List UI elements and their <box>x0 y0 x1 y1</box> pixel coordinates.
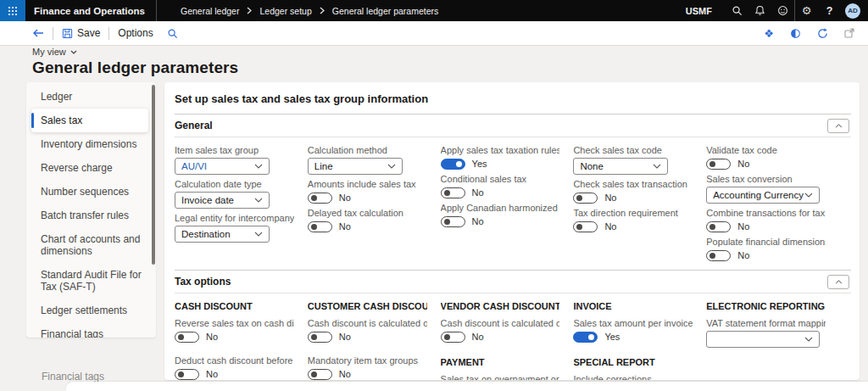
view-selector[interactable]: My view <box>32 47 238 57</box>
general-col-3: Apply sales tax taxation rules Yes Condi… <box>441 145 560 261</box>
gear-icon: ⚙ <box>802 5 812 16</box>
sales-tax-conversion-dropdown[interactable]: Accounting Currency <box>706 187 820 204</box>
chevron-up-icon <box>835 124 843 128</box>
combine-transactions-toggle[interactable] <box>706 221 731 232</box>
field-sales-tax-amount-per-invoice-line: Sales tax amount per invoice line Yes <box>573 318 693 343</box>
copilot-button[interactable] <box>790 28 801 39</box>
tax-col-2: CUSTOMER CASH DISCOUNT Cash discount is … <box>308 301 427 380</box>
options-label: Options <box>118 27 153 39</box>
deduct-cash-discount-toggle[interactable] <box>175 369 199 380</box>
field-combine-transactions: Combine transactions for tax sett... No <box>706 208 826 232</box>
group-header-electronic-reporting: ELECTRONIC REPORTING <box>706 301 826 312</box>
app-bar: Finance and Operations General ledger Le… <box>0 0 868 21</box>
vertical-tabs: Ledger Sales tax Inventory dimensions Re… <box>26 82 156 338</box>
view-selector-label: My view <box>32 47 66 57</box>
chevron-down-icon <box>653 164 661 169</box>
personalize-button[interactable]: ❖ <box>764 28 774 39</box>
tab-inventory-dimensions[interactable]: Inventory dimensions <box>26 132 156 156</box>
smiley-icon <box>777 5 788 16</box>
back-button[interactable] <box>32 28 44 38</box>
vendor-cash-discount-calculated-toggle[interactable] <box>441 332 465 343</box>
field-label: Delayed tax calculation <box>308 208 427 219</box>
breadcrumb-general-ledger[interactable]: General ledger <box>181 6 239 16</box>
tab-chart-of-accounts-and-dimensions[interactable]: Chart of accounts and dimensions <box>26 227 156 263</box>
populate-financial-dimensions-toggle[interactable] <box>706 250 731 261</box>
breadcrumb-ledger-setup[interactable]: Ledger setup <box>259 6 311 16</box>
field-sales-tax-conversion: Sales tax conversion Accounting Currency <box>706 174 826 204</box>
field-label: Sales tax conversion <box>706 174 826 185</box>
mandatory-item-tax-groups-toggle[interactable] <box>308 369 332 380</box>
help-button[interactable]: ? <box>818 0 841 21</box>
field-amounts-include-sales-tax: Amounts include sales tax No <box>308 179 427 204</box>
conditional-sales-tax-toggle[interactable] <box>441 187 465 198</box>
tab-financial-tags-overflow[interactable]: Financial tags <box>42 371 104 383</box>
tab-reverse-charge[interactable]: Reverse charge <box>26 156 156 180</box>
apply-sales-tax-taxation-rules-toggle[interactable] <box>441 159 465 170</box>
group-header-payment: PAYMENT <box>441 357 560 368</box>
field-label: Include corrections <box>573 374 693 380</box>
tax-col-5: ELECTRONIC REPORTING VAT statement forma… <box>706 301 826 380</box>
delayed-tax-calculation-toggle[interactable] <box>308 221 332 232</box>
options-button[interactable]: Options <box>118 27 153 39</box>
tab-number-sequences[interactable]: Number sequences <box>26 180 156 204</box>
vat-statement-format-mapping-dropdown[interactable] <box>706 331 820 348</box>
field-reverse-sales-tax-on-cash-discount: Reverse sales tax on cash discount No <box>175 318 294 343</box>
general-col-1: Item sales tax group AU/VI Calculation d… <box>175 145 294 261</box>
validate-tax-code-toggle[interactable] <box>706 159 731 170</box>
sales-tax-amount-per-invoice-line-toggle[interactable] <box>573 332 598 343</box>
calculation-date-type-dropdown[interactable]: Invoice date <box>175 192 270 209</box>
tax-col-4: INVOICE Sales tax amount per invoice lin… <box>573 301 693 380</box>
app-launcher-button[interactable] <box>0 0 25 21</box>
amounts-include-sales-tax-toggle[interactable] <box>308 193 332 204</box>
company-picker[interactable]: USMF <box>686 6 712 16</box>
tab-ledger[interactable]: Ledger <box>26 85 156 109</box>
feedback-button[interactable] <box>771 0 794 21</box>
bottom-panel-edge <box>66 382 868 391</box>
tax-options-fields-grid: CASH DISCOUNT Reverse sales tax on cash … <box>175 293 851 380</box>
tab-batch-transfer-rules[interactable]: Batch transfer rules <box>26 204 156 227</box>
field-label: Apply Canadian harmonized sale... <box>441 203 560 214</box>
open-in-new-window-button[interactable] <box>844 28 854 38</box>
collapse-tax-options-button[interactable] <box>827 275 849 289</box>
appbar-divider <box>156 0 157 21</box>
chevron-down-icon <box>387 164 396 169</box>
customer-cash-discount-calculated-toggle[interactable] <box>308 332 332 343</box>
search-button[interactable] <box>726 0 748 21</box>
check-sales-tax-transaction-toggle[interactable] <box>573 193 598 204</box>
tab-sales-tax[interactable]: Sales tax <box>31 109 148 132</box>
tab-financial-tags[interactable]: Financial tags <box>26 322 156 338</box>
nav-scrollbar[interactable] <box>152 85 155 265</box>
chevron-down-icon <box>804 193 813 198</box>
tab-ledger-settlements[interactable]: Ledger settlements <box>26 299 156 322</box>
legal-entity-intercompany-tax-dropdown[interactable]: Destination <box>175 226 270 243</box>
refresh-icon <box>817 28 828 39</box>
field-calculation-date-type: Calculation date type Invoice date <box>175 179 294 209</box>
refresh-button[interactable] <box>817 28 828 39</box>
save-icon <box>62 28 73 39</box>
breadcrumb-current-page[interactable]: General ledger parameters <box>332 6 438 16</box>
app-name[interactable]: Finance and Operations <box>34 6 145 16</box>
tab-standard-audit-file-for-tax[interactable]: Standard Audit File for Tax (SAF-T) <box>26 263 156 299</box>
toolbar-search-button[interactable] <box>167 28 178 39</box>
reverse-sales-tax-on-cash-discount-toggle[interactable] <box>175 332 199 343</box>
tax-direction-requirement-toggle[interactable] <box>573 221 598 232</box>
breadcrumb: General ledger Ledger setup General ledg… <box>181 6 438 16</box>
settings-button[interactable]: ⚙ <box>795 0 818 21</box>
action-pane: Save Options ❖ <box>0 21 868 46</box>
back-arrow-icon <box>32 28 44 38</box>
notifications-button[interactable] <box>748 0 771 21</box>
item-sales-tax-group-dropdown[interactable]: AU/VI <box>175 158 270 175</box>
apply-canadian-harmonized-toggle[interactable] <box>441 216 465 227</box>
calculation-method-dropdown[interactable]: Line <box>308 158 403 175</box>
save-button[interactable]: Save <box>62 27 100 39</box>
collapse-general-button[interactable] <box>827 119 849 133</box>
field-sales-tax-on-overpayment: Sales tax on overpayment or und... No <box>441 374 560 380</box>
toolbar-divider <box>108 27 109 40</box>
field-vendor-cash-discount-calculated: Cash discount is calculated on a... No <box>441 318 560 343</box>
check-sales-tax-code-dropdown[interactable]: None <box>573 158 668 175</box>
avatar[interactable]: AD <box>845 3 860 19</box>
field-apply-canadian-harmonized: Apply Canadian harmonized sale... No <box>441 203 560 227</box>
chevron-right-icon <box>247 7 252 14</box>
chevron-down-icon <box>254 164 263 169</box>
main-content: Set up sales tax and sales tax group inf… <box>164 82 860 380</box>
